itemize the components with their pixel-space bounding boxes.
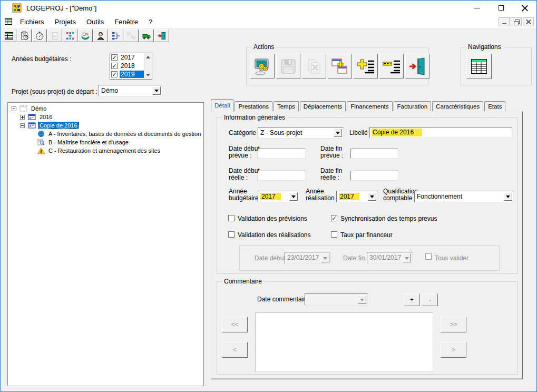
comment-textarea[interactable] [256, 312, 433, 372]
duplicate-window-button[interactable] [328, 54, 352, 79]
minimize-button[interactable] [465, 1, 489, 15]
toolbar [1, 28, 536, 43]
toolbar-exit-button[interactable] [154, 29, 169, 42]
menu-fenetre[interactable]: Fenêtre [109, 18, 143, 26]
date-commentaire-label: Date commentaire : [257, 296, 313, 303]
magnifier-document-icon [37, 139, 45, 146]
tab-deplacements[interactable]: Déplacements [300, 101, 346, 112]
remove-item-button[interactable] [379, 54, 404, 79]
annee-realisation-combo-arrow[interactable] [368, 192, 376, 201]
sync-temps-checkbox[interactable]: ✓ [331, 215, 337, 221]
maximize-icon [499, 5, 504, 11]
compute-button[interactable] [250, 54, 275, 79]
tab-prestations[interactable]: Prestations [235, 101, 272, 112]
menu-outils[interactable]: Outils [81, 18, 109, 26]
annee-budgetaire-combo[interactable]: 2017 [258, 191, 299, 202]
tous-valider-label: Tous valider [435, 254, 468, 262]
taux-financeur-label: Taux par financeur [340, 231, 393, 239]
tree-node-phase-b[interactable]: B - Maîtrise foncière et d'usage [8, 138, 203, 146]
tree-node-phase-a[interactable]: A - Inventaires, bases de données et doc… [8, 130, 203, 138]
navigation-table-button[interactable] [466, 54, 492, 79]
expand-expander-icon[interactable] [20, 115, 25, 120]
add-comment-button[interactable]: + [404, 293, 420, 306]
project-combo[interactable]: Démo [99, 85, 162, 96]
qualification-combo[interactable]: Fonctionnement [414, 191, 514, 202]
year-row-2019[interactable]: ✓ 2019 [110, 70, 144, 79]
toolbar-vehicle-button[interactable] [139, 29, 154, 42]
menu-projets[interactable]: Projets [50, 18, 81, 26]
categorie-combo-arrow[interactable] [334, 129, 342, 137]
annee-realisation-label: Année réalisation : [306, 188, 338, 202]
annee-budgetaire-combo-arrow[interactable] [289, 192, 298, 201]
years-listbox[interactable]: ✓ 2017 ✓ 2018 ✓ 2019 [110, 53, 152, 80]
computer-gears-icon [253, 57, 272, 76]
menu-fichiers[interactable]: Fichiers [15, 18, 50, 26]
tab-etats[interactable]: Etats [484, 101, 505, 112]
date-debut-prevue-input[interactable] [258, 149, 306, 159]
toolbar-planning-button[interactable] [17, 29, 32, 42]
detail-tab-panel: Information générales Catégorie : Z - So… [211, 111, 523, 379]
add-item-button[interactable] [354, 54, 378, 79]
globe-icon [37, 130, 45, 138]
commentaire-group-title: Commentaire [222, 278, 264, 285]
tree-node-2016[interactable]: 2016 [8, 113, 203, 121]
tree-node-phase-c[interactable]: C - Restauration et aménagement des site… [8, 146, 203, 155]
scroll-down-icon [146, 74, 150, 79]
annee-budgetaire-value: 2017 [260, 193, 281, 200]
toolbar-flowchart-button[interactable] [63, 29, 77, 42]
validation-previsions-checkbox[interactable] [228, 215, 235, 221]
toolbar-relations-button [124, 29, 139, 42]
toolbar-hierarchy-button[interactable] [109, 29, 123, 42]
commentaire-group: Commentaire Date commentaire : + - << < … [217, 281, 518, 375]
scroll-down-button[interactable] [144, 71, 152, 79]
date-commentaire-combo [305, 293, 368, 306]
tab-detail[interactable]: Détail [211, 99, 233, 112]
tree-node-copie-2016[interactable]: Copie de 2016 [8, 121, 203, 130]
mdi-close-icon [526, 19, 531, 24]
tree-node-label: B - Maîtrise foncière et d'usage [47, 139, 130, 145]
project-tree[interactable]: Démo 2016 Copie de 2016 A - Inventaires,… [7, 102, 204, 386]
mdi-minimize-button[interactable] [499, 17, 510, 26]
collapse-expander-icon[interactable] [20, 123, 25, 128]
date-debut-reelle-input[interactable] [258, 171, 306, 181]
tab-financements[interactable]: Financements [347, 101, 392, 112]
app-icon [12, 3, 22, 13]
date-fin-prevue-input[interactable] [350, 149, 398, 159]
toolbar-person-button[interactable] [93, 29, 108, 42]
validation-realisations-checkbox[interactable] [228, 231, 235, 238]
years-scrollbar[interactable] [144, 53, 152, 79]
toolbar-time-button[interactable] [32, 29, 47, 42]
toolbar-tools-button[interactable] [78, 29, 93, 42]
qualification-combo-arrow[interactable] [504, 192, 512, 201]
annee-realisation-combo[interactable]: 2017 [336, 191, 378, 202]
menu-aide[interactable]: ? [143, 18, 158, 26]
year-2018-checkbox[interactable]: ✓ [111, 63, 118, 69]
remove-comment-button[interactable]: - [422, 293, 438, 306]
scroll-up-button[interactable] [144, 53, 152, 61]
tab-temps[interactable]: Temps [274, 101, 299, 112]
date-fin-reelle-label: Date fin réelle : [320, 168, 351, 181]
quit-button[interactable] [405, 54, 429, 79]
project-combo-arrow[interactable] [152, 86, 161, 95]
tous-valider-checkbox [425, 253, 432, 260]
client-area: Années budgétaires : ✓ 2017 ✓ 2018 ✓ 201… [1, 43, 536, 391]
year-row-2017[interactable]: ✓ 2017 [110, 53, 144, 62]
categorie-combo[interactable]: Z - Sous-projet [258, 127, 344, 139]
collapse-expander-icon[interactable] [12, 106, 16, 111]
libelle-input[interactable]: Copie de 2016 [369, 127, 512, 138]
tab-caracteristiques[interactable]: Caractéristiques [432, 101, 483, 112]
tab-facturation[interactable]: Facturation [394, 101, 432, 112]
taux-financeur-checkbox[interactable] [331, 231, 337, 238]
mdi-restore-button[interactable] [511, 17, 522, 26]
maximize-button[interactable] [489, 1, 513, 15]
year-2019-checkbox[interactable]: ✓ [111, 71, 118, 77]
toolbar-table-button[interactable] [2, 29, 16, 42]
year-row-2018[interactable]: ✓ 2018 [110, 62, 144, 70]
year-2017-checkbox[interactable]: ✓ [111, 54, 118, 61]
date-fin-reelle-input[interactable] [350, 171, 398, 181]
tree-node-demo[interactable]: Démo [8, 104, 203, 113]
close-button[interactable] [513, 1, 536, 15]
app-window: LOGEPROJ - ["Démo"] Fichiers Projets Out… [0, 0, 537, 392]
actions-group-title: Actions [251, 43, 276, 51]
mdi-close-button[interactable] [523, 17, 534, 26]
